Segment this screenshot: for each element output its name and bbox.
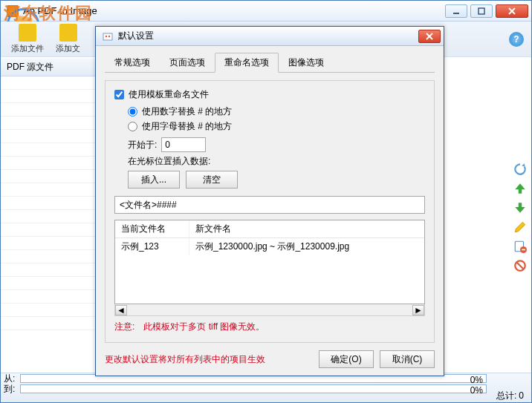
tab-page[interactable]: 页面选项 — [160, 53, 215, 73]
list-item — [1, 237, 95, 250]
settings-dialog: 默认设置 常规选项 页面选项 重命名选项 图像选项 使用模板重命名文件 使用数字… — [95, 26, 444, 376]
window-title: Ap PDF to Image — [23, 5, 97, 16]
dialog-title: 默认设置 — [118, 30, 154, 42]
add-file-icon — [19, 24, 36, 42]
start-at-input[interactable] — [161, 137, 206, 152]
add-file-button[interactable]: 添加文件 — [5, 22, 50, 56]
cancel-button[interactable]: 取消(C) — [380, 350, 435, 368]
list-item — [1, 263, 95, 277]
list-item — [1, 290, 95, 304]
list-item — [1, 90, 95, 103]
table-scrollbar[interactable]: ◄ ► — [114, 304, 425, 316]
list-item — [1, 117, 95, 130]
col-new: 新文件名 — [189, 220, 424, 238]
clear-button[interactable]: 清空 — [186, 171, 238, 189]
add-folder-label: 添加文 — [56, 43, 80, 54]
svg-point-11 — [108, 35, 110, 36]
svg-rect-9 — [103, 33, 112, 40]
source-file-list — [1, 76, 95, 330]
cell-current: 示例_123 — [115, 238, 189, 255]
dialog-footer: 更改默认设置将对所有列表中的项目生效 确定(O) 取消(C) — [105, 350, 435, 368]
down-arrow-icon[interactable] — [513, 201, 527, 214]
dialog-close-button[interactable] — [418, 30, 441, 43]
list-item — [1, 183, 95, 197]
list-item — [1, 143, 95, 157]
replace-letter-radio[interactable]: 使用字母替换 # 的地方 — [128, 120, 425, 133]
add-file-label: 添加文件 — [11, 43, 44, 54]
replace-letter-input[interactable] — [128, 122, 137, 131]
settings-icon — [102, 30, 114, 42]
list-item — [1, 317, 95, 330]
app-icon — [7, 5, 19, 17]
delete-file-icon[interactable] — [513, 240, 527, 253]
replace-number-radio[interactable]: 使用数字替换 # 的地方 — [128, 105, 425, 118]
preview-table: 当前文件名 新文件名 示例_123 示例_1230000.jpg ~ 示例_12… — [114, 220, 425, 304]
note-text: 注意:此模板对于多页 tiff 图像无效。 — [114, 321, 425, 333]
list-item — [1, 197, 95, 210]
right-toolbar — [510, 59, 530, 373]
replace-number-input[interactable] — [128, 107, 137, 117]
svg-line-8 — [517, 263, 524, 269]
title-bar: Ap PDF to Image — [1, 1, 531, 22]
add-folder-icon — [59, 24, 77, 42]
edit-icon[interactable] — [513, 220, 527, 234]
source-file-panel: PDF 源文件 — [1, 59, 96, 373]
list-item — [1, 130, 95, 143]
list-item — [1, 210, 95, 223]
insert-cursor-label: 在光标位置插入数据: — [128, 155, 425, 168]
list-item — [1, 170, 95, 183]
list-item — [1, 76, 95, 90]
list-item — [1, 103, 95, 117]
scroll-right-icon[interactable]: ► — [412, 305, 424, 315]
help-icon[interactable]: ? — [509, 32, 524, 47]
cell-new: 示例_1230000.jpg ~ 示例_1230009.jpg — [189, 238, 424, 255]
footer-warning: 更改默认设置将对所有列表中的项目生效 — [105, 353, 265, 366]
insert-button[interactable]: 插入... — [128, 171, 180, 189]
minimize-button[interactable] — [445, 4, 467, 18]
cancel-icon[interactable] — [513, 259, 527, 272]
dialog-title-bar: 默认设置 — [96, 27, 444, 46]
table-row: 示例_123 示例_1230000.jpg ~ 示例_1230009.jpg — [115, 238, 424, 255]
rename-group: 使用模板重命名文件 使用数字替换 # 的地方 使用字母替换 # 的地方 开始于:… — [105, 80, 435, 343]
status-bar: 从: 0% 到: 0% 总计: 0 — [1, 373, 531, 402]
up-arrow-icon[interactable] — [513, 182, 527, 195]
progress-to: 0% — [20, 384, 487, 393]
list-item — [1, 157, 95, 170]
status-to-label: 到: — [1, 383, 20, 396]
pattern-input[interactable] — [114, 196, 425, 214]
close-button[interactable] — [496, 4, 528, 18]
list-item — [1, 223, 95, 237]
scroll-left-icon[interactable]: ◄ — [115, 305, 127, 315]
use-template-checkbox[interactable]: 使用模板重命名文件 — [114, 88, 425, 101]
add-folder-button[interactable]: 添加文 — [50, 22, 86, 56]
start-at-label: 开始于: — [128, 139, 157, 151]
svg-rect-1 — [479, 8, 484, 14]
tab-image[interactable]: 图像选项 — [279, 53, 334, 73]
refresh-icon[interactable] — [513, 163, 527, 176]
list-item — [1, 250, 95, 263]
settings-tabs: 常规选项 页面选项 重命名选项 图像选项 — [105, 52, 435, 73]
tab-general[interactable]: 常规选项 — [105, 53, 160, 73]
use-template-check-input[interactable] — [114, 90, 124, 99]
svg-point-10 — [106, 35, 107, 36]
tab-rename[interactable]: 重命名选项 — [215, 53, 279, 73]
table-header: 当前文件名 新文件名 — [115, 220, 424, 238]
ok-button[interactable]: 确定(O) — [319, 350, 374, 368]
list-item — [1, 304, 95, 317]
col-current: 当前文件名 — [115, 220, 189, 238]
list-item — [1, 277, 95, 290]
source-file-header: PDF 源文件 — [1, 59, 95, 76]
status-total: 总计: 0 — [496, 390, 524, 402]
maximize-button[interactable] — [470, 4, 493, 18]
